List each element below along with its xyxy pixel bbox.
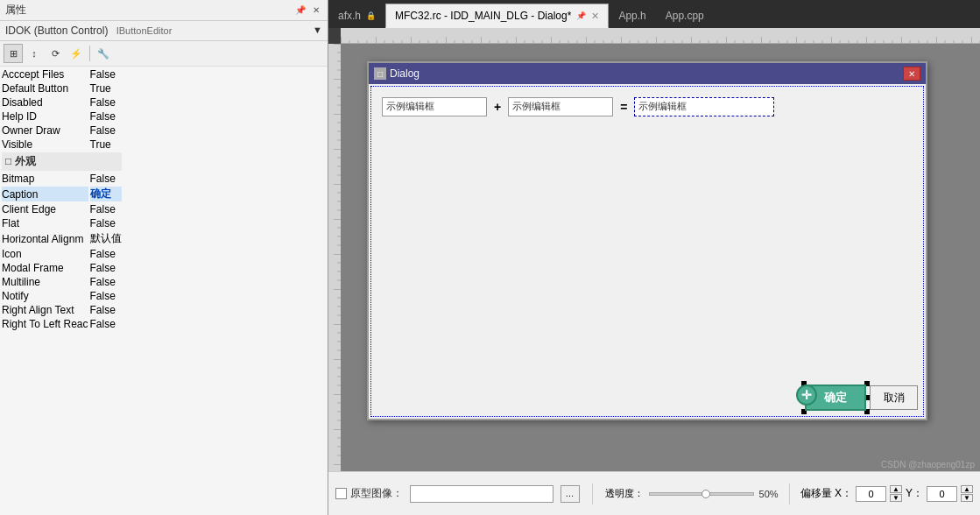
- panel-title-icons: 📌 ✕: [294, 4, 322, 17]
- prop-owner-draw[interactable]: Owner Draw False: [2, 124, 122, 137]
- tab-app-cpp[interactable]: App.cpp: [656, 4, 714, 28]
- prototype-checkbox[interactable]: [335, 488, 347, 499]
- tab-label: App.h: [618, 10, 645, 22]
- percent-label: 50%: [759, 489, 779, 499]
- prop-name: Right To Left Reac: [2, 318, 88, 330]
- dialog-buttons: ✛ 确定 取消: [805, 384, 918, 411]
- prop-bitmap[interactable]: Bitmap False: [2, 173, 122, 185]
- tab-close-btn[interactable]: ✕: [591, 11, 599, 22]
- prop-name: Help ID: [2, 110, 88, 123]
- prop-horizontal-align[interactable]: Horizontal Alignm 默认值: [2, 231, 122, 246]
- alphabetical-btn[interactable]: ↕: [25, 44, 44, 63]
- settings-btn[interactable]: 🔧: [94, 44, 113, 63]
- prop-name: Modal Frame: [2, 262, 88, 274]
- prop-name: Right Align Text: [2, 304, 88, 316]
- tab-pin-icon: 📌: [576, 11, 586, 20]
- section-label: □ 外观: [2, 152, 122, 171]
- prop-name: Multiline: [2, 276, 88, 288]
- categorized-btn[interactable]: ⊞: [4, 44, 23, 63]
- prototype-input[interactable]: [410, 485, 553, 503]
- prop-name: Acccept Files: [2, 68, 88, 81]
- prop-value: False: [90, 217, 122, 229]
- edit-box-3[interactable]: 示例编辑框: [634, 97, 774, 116]
- prop-notify[interactable]: Notify False: [2, 290, 122, 302]
- tab-app-h[interactable]: App.h: [609, 4, 655, 28]
- prop-name: Horizontal Alignm: [2, 231, 88, 246]
- prop-name: Default Button: [2, 82, 88, 95]
- tab-afx-h[interactable]: afx.h 🔒: [328, 4, 385, 28]
- prop-visible[interactable]: Visible True: [2, 138, 122, 151]
- ok-button[interactable]: ✛ 确定: [805, 384, 866, 411]
- prop-client-edge[interactable]: Client Edge False: [2, 203, 122, 215]
- slider-thumb[interactable]: [702, 490, 710, 498]
- prop-acccept-files[interactable]: Acccept Files False: [2, 68, 122, 81]
- prop-multiline[interactable]: Multiline False: [2, 276, 122, 288]
- transparency-slider[interactable]: [649, 492, 754, 496]
- dialog-icon: □: [374, 67, 386, 80]
- prop-right-to-left[interactable]: Right To Left Reac False: [2, 318, 122, 330]
- control-name-header: IDOK (Button Control) IButtonEditor ▼: [0, 21, 328, 41]
- dialog-window: □ Dialog ✕ 示例编辑框 + 示例编辑框 = 示例编: [367, 61, 927, 420]
- dialog-close-button[interactable]: ✕: [903, 67, 920, 81]
- prop-value: False: [90, 96, 122, 109]
- prop-name: Visible: [2, 138, 88, 151]
- y-label: Y：: [906, 486, 923, 501]
- y-coord-input[interactable]: [927, 486, 957, 502]
- tab-lock-icon: 🔒: [366, 11, 376, 20]
- properties-list: Acccept Files False Default Button True …: [0, 67, 328, 515]
- editor-panel: afx.h 🔒 MFC32.rc - IDD_MAIN_DLG - Dialog…: [328, 0, 980, 515]
- tab-mfc32rc[interactable]: MFC32.rc - IDD_MAIN_DLG - Dialog* 📌 ✕: [385, 4, 609, 28]
- prop-value: False: [90, 173, 122, 185]
- prop-name: Disabled: [2, 96, 88, 109]
- ok-button-label: 确定: [824, 390, 847, 406]
- prop-value: False: [90, 262, 122, 274]
- close-panel-icon[interactable]: ✕: [310, 4, 322, 17]
- prop-value: False: [90, 304, 122, 316]
- dropdown-arrow-icon[interactable]: ▼: [313, 25, 322, 35]
- prototype-browse-btn[interactable]: …: [561, 485, 580, 503]
- transparency-label: 透明度：: [605, 487, 644, 500]
- prop-value: False: [90, 248, 122, 260]
- slider-container: [649, 492, 754, 496]
- prop-modal-frame[interactable]: Modal Frame False: [2, 262, 122, 274]
- prop-value: 确定: [90, 187, 122, 201]
- x-up-arrow[interactable]: ▲: [890, 485, 902, 493]
- prop-value: 默认值: [90, 231, 122, 246]
- dialog-title-text: Dialog: [390, 67, 419, 80]
- svg-rect-11: [328, 44, 341, 471]
- prop-flat[interactable]: Flat False: [2, 217, 122, 229]
- properties-panel: 属性 📌 ✕ IDOK (Button Control) IButtonEdit…: [0, 0, 328, 515]
- edit-box-1[interactable]: 示例编辑框: [382, 97, 487, 116]
- ok-button-container: ✛ 确定: [805, 384, 866, 411]
- prop-disabled[interactable]: Disabled False: [2, 96, 122, 109]
- x-down-arrow[interactable]: ▼: [890, 494, 902, 502]
- prop-name: Notify: [2, 290, 88, 302]
- offset-label: 偏移量 X：: [800, 486, 852, 501]
- properties-page-btn[interactable]: ⟳: [46, 44, 65, 63]
- pin-icon[interactable]: 📌: [294, 4, 307, 17]
- edit-box-2[interactable]: 示例编辑框: [508, 97, 613, 116]
- prop-name: Flat: [2, 217, 88, 229]
- separator: [592, 483, 593, 504]
- cancel-button[interactable]: 取消: [870, 385, 918, 410]
- prop-default-button[interactable]: Default Button True: [2, 82, 122, 95]
- prop-value: False: [90, 290, 122, 302]
- prop-value: False: [90, 318, 122, 330]
- panel-title-bar: 属性 📌 ✕: [0, 0, 328, 21]
- prop-icon[interactable]: Icon False: [2, 248, 122, 260]
- prop-help-id[interactable]: Help ID False: [2, 110, 122, 123]
- prop-value: False: [90, 110, 122, 123]
- prop-caption[interactable]: Caption 确定: [2, 187, 122, 201]
- move-cursor-icon: ✛: [796, 384, 817, 406]
- x-coord-input[interactable]: [856, 486, 886, 502]
- prop-right-align-text[interactable]: Right Align Text False: [2, 304, 122, 316]
- x-spinner: ▲ ▼: [890, 485, 902, 502]
- section-appearance: □ 外观: [2, 152, 122, 171]
- events-btn[interactable]: ⚡: [67, 44, 86, 63]
- dialog-body: 示例编辑框 + 示例编辑框 = 示例编辑框: [370, 86, 924, 417]
- y-up-arrow[interactable]: ▲: [961, 485, 973, 493]
- y-spinner: ▲ ▼: [961, 485, 973, 502]
- y-down-arrow[interactable]: ▼: [961, 494, 973, 502]
- top-ruler: [341, 28, 980, 44]
- svg-rect-5: [341, 28, 980, 44]
